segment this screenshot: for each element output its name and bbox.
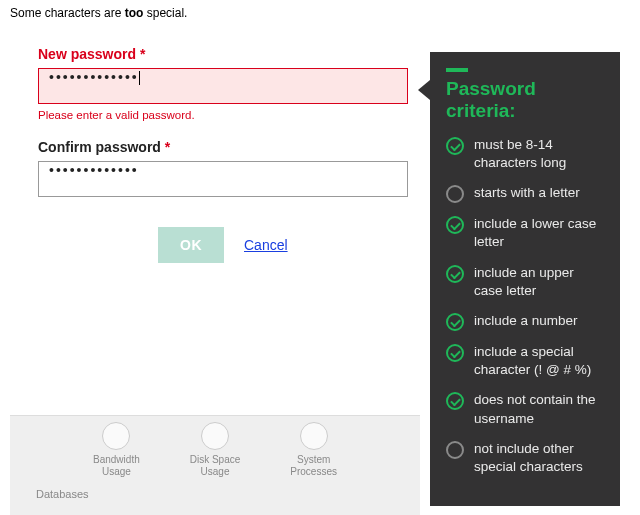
- check-circle-icon: [446, 313, 464, 331]
- criteria-item: must be 8-14 characters long: [446, 136, 604, 172]
- footer-item-icon: [300, 422, 328, 450]
- footer-item[interactable]: BandwidthUsage: [93, 422, 140, 478]
- footer-item-icon: [201, 422, 229, 450]
- confirm-password-input[interactable]: •••••••••••••: [38, 161, 408, 197]
- criteria-text: include a number: [474, 312, 604, 330]
- password-form: New password * ••••••••••••• Please ente…: [0, 26, 420, 263]
- new-password-input[interactable]: •••••••••••••: [38, 68, 408, 104]
- cancel-link[interactable]: Cancel: [244, 237, 288, 253]
- footer-item-label: BandwidthUsage: [93, 454, 140, 478]
- criteria-item: include a number: [446, 312, 604, 331]
- password-criteria-tooltip: Password criteria: must be 8-14 characte…: [430, 52, 620, 506]
- criteria-item: not include other special characters: [446, 440, 604, 476]
- footer-item-label: SystemProcesses: [290, 454, 337, 478]
- confirm-password-group: Confirm password * •••••••••••••: [38, 139, 420, 197]
- check-circle-icon: [446, 137, 464, 155]
- new-password-error: Please enter a valid password.: [38, 109, 420, 121]
- new-password-label: New password *: [38, 46, 420, 62]
- criteria-text: starts with a letter: [474, 184, 604, 202]
- criteria-item: include a lower case letter: [446, 215, 604, 251]
- criteria-item: include an upper case letter: [446, 264, 604, 300]
- criteria-text: must be 8-14 characters long: [474, 136, 604, 172]
- criteria-text: include an upper case letter: [474, 264, 604, 300]
- check-circle-icon: [446, 216, 464, 234]
- footer-category: Databases: [36, 488, 420, 500]
- footer-item-label: Disk SpaceUsage: [190, 454, 241, 478]
- check-circle-icon: [446, 344, 464, 362]
- footer-strip: BandwidthUsageDisk SpaceUsageSystemProce…: [10, 415, 420, 515]
- form-actions: OK Cancel: [158, 227, 420, 263]
- footer-item-icon: [102, 422, 130, 450]
- criteria-item: does not contain the username: [446, 391, 604, 427]
- new-password-group: New password * ••••••••••••• Please ente…: [38, 46, 420, 121]
- empty-circle-icon: [446, 441, 464, 459]
- footer-item[interactable]: Disk SpaceUsage: [190, 422, 241, 478]
- tooltip-title: Password criteria:: [446, 78, 604, 122]
- check-circle-icon: [446, 392, 464, 410]
- criteria-text: include a lower case letter: [474, 215, 604, 251]
- empty-circle-icon: [446, 185, 464, 203]
- criteria-item: include a special character (! @ # %): [446, 343, 604, 379]
- tooltip-accent-bar: [446, 68, 468, 72]
- note-text: Some characters are too special.: [0, 0, 640, 26]
- criteria-text: include a special character (! @ # %): [474, 343, 604, 379]
- check-circle-icon: [446, 265, 464, 283]
- footer-item[interactable]: SystemProcesses: [290, 422, 337, 478]
- confirm-password-label: Confirm password *: [38, 139, 420, 155]
- criteria-text: does not contain the username: [474, 391, 604, 427]
- ok-button[interactable]: OK: [158, 227, 224, 263]
- criteria-item: starts with a letter: [446, 184, 604, 203]
- criteria-text: not include other special characters: [474, 440, 604, 476]
